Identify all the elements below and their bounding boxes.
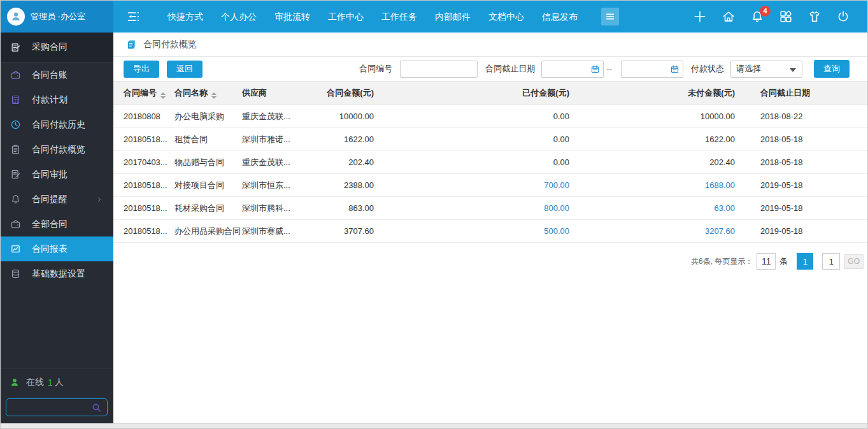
search-icon[interactable] — [91, 402, 102, 413]
pay-status-select[interactable]: 请选择 — [730, 61, 802, 78]
bell-icon[interactable]: 4 — [750, 10, 764, 24]
sidebar-search-input[interactable] — [6, 403, 91, 412]
online-unit: 人 — [55, 377, 64, 388]
paid-amount-cell-link[interactable]: 500.00 — [544, 226, 569, 236]
top-nav-item[interactable]: 内部邮件 — [426, 1, 480, 33]
sidebar-item-label: 全部合同 — [32, 219, 68, 230]
paid-amount-cell-link[interactable]: 700.00 — [544, 180, 569, 190]
contract-no-cell: 20180518... — [113, 197, 174, 220]
sidebar-item[interactable]: 基础数据设置 — [1, 261, 113, 286]
online-count: 1 — [48, 377, 53, 388]
doc-edit-icon — [10, 42, 21, 53]
sidebar-item[interactable]: 合同审批 — [1, 162, 113, 187]
column-header: 合同截止日期 — [740, 82, 868, 105]
page-size-input[interactable] — [757, 253, 776, 270]
unpaid-amount-cell: 3207.60 — [574, 220, 740, 243]
doc-pen-icon — [10, 169, 21, 180]
filter-group: 合同编号 合同截止日期 -- 付款状态 请选择 查询 — [359, 60, 850, 78]
supplier-cell: 重庆金茂联... — [242, 151, 325, 174]
contract-name-cell: 对接项目合同 — [174, 174, 242, 197]
column-header: 供应商 — [242, 82, 325, 105]
sidebar-item-label: 付款计划 — [32, 94, 68, 106]
goto-page-input[interactable] — [822, 253, 840, 270]
plus-icon[interactable] — [693, 10, 707, 24]
contracts-table: 合同编号合同名称供应商合同金额(元)已付金额(元)未付金额(元)合同截止日期 2… — [113, 81, 868, 243]
contract-name-cell: 耗材采购合同 — [174, 197, 242, 220]
go-button[interactable]: GO — [844, 254, 864, 269]
unpaid-amount-cell-link[interactable]: 1688.00 — [705, 180, 735, 190]
more-menu-button[interactable] — [601, 8, 619, 25]
back-button[interactable]: 返回 — [167, 61, 203, 78]
column-header: 未付金额(元) — [574, 82, 740, 105]
column-header-label: 已付金额(元) — [522, 88, 569, 98]
export-button[interactable]: 导出 — [124, 61, 159, 78]
collapse-menu-icon[interactable] — [125, 10, 142, 24]
top-nav-item[interactable]: 文档中心 — [480, 1, 533, 33]
sidebar-item-label: 合同付款概览 — [32, 144, 85, 156]
shirt-icon[interactable] — [808, 10, 822, 24]
top-nav-item[interactable]: 信息发布 — [533, 1, 587, 33]
sidebar-item[interactable]: 合同付款概览 — [1, 137, 113, 162]
contract-name-cell: 物品赠与合同 — [174, 151, 242, 174]
wallet-icon — [10, 69, 21, 80]
top-nav-item[interactable]: 审批流转 — [266, 1, 319, 33]
sidebar-item[interactable]: 付款计划 — [1, 87, 113, 112]
avatar[interactable] — [7, 8, 25, 25]
top-nav-item[interactable]: 个人办公 — [212, 1, 266, 33]
sidebar-item[interactable]: 全部合同 — [1, 212, 113, 236]
table-header-row: 合同编号合同名称供应商合同金额(元)已付金额(元)未付金额(元)合同截止日期 — [113, 82, 868, 105]
amount-cell: 202.40 — [325, 151, 379, 174]
chevron-right-icon — [96, 196, 103, 203]
page-size-unit: 条 — [779, 256, 788, 267]
sidebar-item-label: 合同提醒 — [32, 194, 68, 205]
sort-icon[interactable] — [160, 92, 166, 99]
top-nav-item[interactable]: 工作中心 — [319, 1, 373, 33]
supplier-cell: 深圳市雅诺... — [242, 128, 325, 151]
paid-amount-cell-link[interactable]: 800.00 — [544, 203, 569, 213]
user-panel[interactable]: 管理员 -办公室 — [1, 1, 113, 33]
sort-icon[interactable] — [211, 92, 217, 99]
sidebar-item-label: 合同审批 — [32, 169, 68, 180]
pagination: 共6条, 每页显示： 条 1 GO — [113, 253, 868, 270]
grid-icon[interactable] — [779, 10, 793, 24]
column-header[interactable]: 合同编号 — [113, 82, 174, 105]
top-nav-menu: 快捷方式个人办公审批流转工作中心工作任务内部邮件文档中心信息发布 — [159, 1, 587, 33]
contract-no-input[interactable] — [400, 61, 478, 78]
sidebar: 采购合同合同台账付款计划合同付款历史合同付款概览合同审批合同提醒全部合同合同报表… — [1, 33, 113, 425]
current-page-button[interactable]: 1 — [797, 253, 813, 270]
chart-icon — [10, 244, 21, 254]
paid-amount-cell: 700.00 — [379, 174, 574, 197]
column-header[interactable]: 合同名称 — [174, 82, 242, 105]
date-from-input[interactable] — [541, 61, 604, 78]
due-date-cell: 2019-05-18 — [740, 220, 868, 243]
contract-name-cell: 办公用品采购合同 — [174, 220, 242, 243]
contract-no-label: 合同编号 — [359, 63, 392, 75]
hamburger-icon — [605, 11, 615, 22]
supplier-cell: 重庆金茂联... — [242, 105, 325, 128]
pay-status-value: 请选择 — [731, 63, 761, 75]
power-icon[interactable] — [836, 10, 850, 24]
sidebar-item[interactable]: 合同台账 — [1, 62, 113, 87]
top-nav-item[interactable]: 工作任务 — [373, 1, 426, 33]
sidebar-item[interactable]: 采购合同 — [1, 33, 113, 62]
sidebar-item[interactable]: 合同报表 — [1, 236, 113, 261]
column-header-label: 合同金额(元) — [327, 88, 374, 98]
contract-no-cell: 20170403... — [113, 151, 174, 174]
calculator-icon — [10, 94, 21, 105]
clipboard-icon — [10, 144, 21, 155]
paid-amount-cell: 0.00 — [379, 151, 574, 174]
home-icon[interactable] — [722, 10, 736, 24]
unpaid-amount-cell-link[interactable]: 63.00 — [714, 203, 735, 213]
sidebar-item-label: 合同报表 — [32, 244, 68, 255]
sidebar-item[interactable]: 合同提醒 — [1, 187, 113, 212]
date-to-input[interactable] — [621, 61, 683, 78]
sidebar-item[interactable]: 合同付款历史 — [1, 112, 113, 137]
online-label: 在线 — [26, 377, 44, 388]
query-button[interactable]: 查询 — [814, 60, 850, 78]
due-date-cell: 2018-05-18 — [740, 128, 868, 151]
top-nav-item[interactable]: 快捷方式 — [159, 1, 212, 33]
unpaid-amount-cell: 63.00 — [574, 197, 740, 220]
user-icon — [10, 11, 22, 22]
due-date-label: 合同截止日期 — [485, 63, 535, 75]
unpaid-amount-cell-link[interactable]: 3207.60 — [705, 226, 735, 236]
